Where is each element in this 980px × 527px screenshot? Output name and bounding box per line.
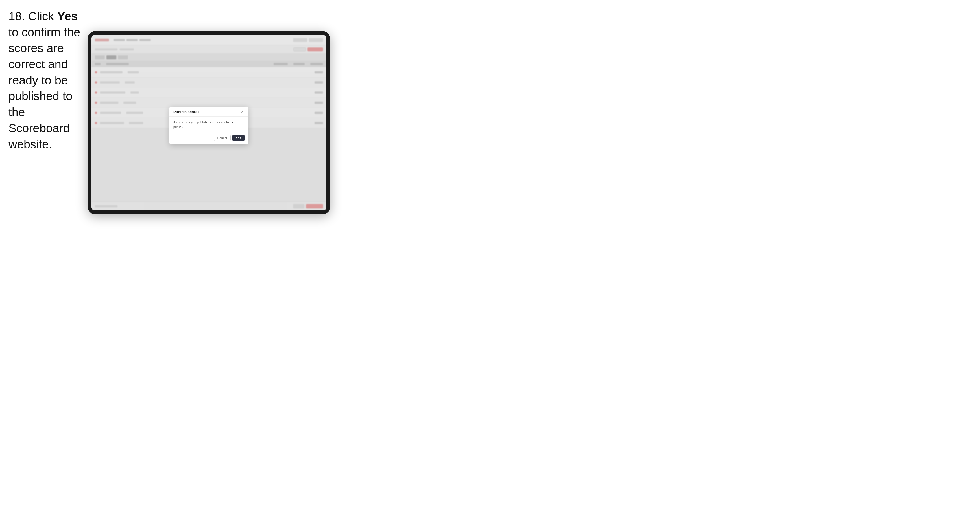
modal-title: Publish scores	[173, 110, 199, 114]
instruction-before-bold: Click	[25, 10, 57, 23]
tablet-device: Publish scores × Are you ready to publis…	[88, 31, 330, 214]
modal-header: Publish scores ×	[169, 106, 248, 116]
instruction-bold: Yes	[57, 10, 78, 23]
modal-close-button[interactable]: ×	[240, 110, 245, 114]
modal-message: Are you ready to publish these scores to…	[173, 120, 245, 129]
step-number: 18.	[8, 10, 25, 23]
publish-scores-modal: Publish scores × Are you ready to publis…	[169, 106, 248, 144]
instruction-text: 18. Click Yes to confirm the scores are …	[8, 8, 88, 152]
modal-body: Are you ready to publish these scores to…	[169, 116, 248, 133]
yes-button[interactable]: Yes	[232, 135, 245, 141]
modal-overlay: Publish scores × Are you ready to publis…	[91, 35, 326, 211]
tablet-screen: Publish scores × Are you ready to publis…	[91, 35, 326, 211]
instruction-after-bold: to confirm the scores are correct and re…	[8, 26, 80, 151]
cancel-button[interactable]: Cancel	[214, 135, 231, 141]
modal-footer: Cancel Yes	[169, 133, 248, 144]
